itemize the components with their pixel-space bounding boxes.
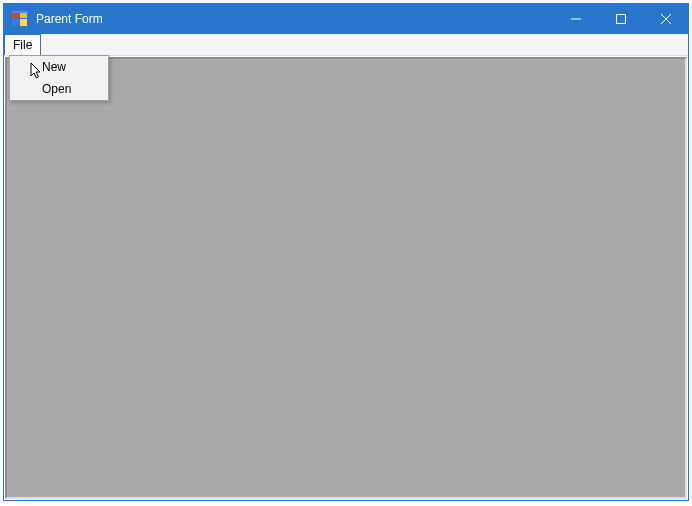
minimize-icon bbox=[571, 14, 581, 24]
menu-item-new[interactable]: New bbox=[10, 56, 108, 78]
titlebar[interactable]: Parent Form bbox=[4, 4, 688, 34]
window-title: Parent Form bbox=[36, 12, 553, 26]
svg-rect-3 bbox=[20, 19, 27, 26]
minimize-button[interactable] bbox=[553, 4, 598, 34]
svg-rect-2 bbox=[12, 19, 19, 26]
svg-rect-4 bbox=[12, 11, 28, 13]
menu-file[interactable]: File bbox=[4, 34, 41, 55]
close-button[interactable] bbox=[643, 4, 688, 34]
svg-rect-6 bbox=[616, 15, 625, 24]
close-icon bbox=[661, 14, 671, 24]
menubar: File New Open bbox=[4, 34, 688, 56]
window-frame: Parent Form File New bbox=[3, 3, 689, 501]
maximize-button[interactable] bbox=[598, 4, 643, 34]
window-controls bbox=[553, 4, 688, 34]
app-icon bbox=[12, 11, 28, 27]
file-dropdown: New Open bbox=[9, 55, 109, 101]
menu-item-open[interactable]: Open bbox=[10, 78, 108, 100]
mdi-client-area[interactable] bbox=[5, 57, 687, 499]
maximize-icon bbox=[616, 14, 626, 24]
